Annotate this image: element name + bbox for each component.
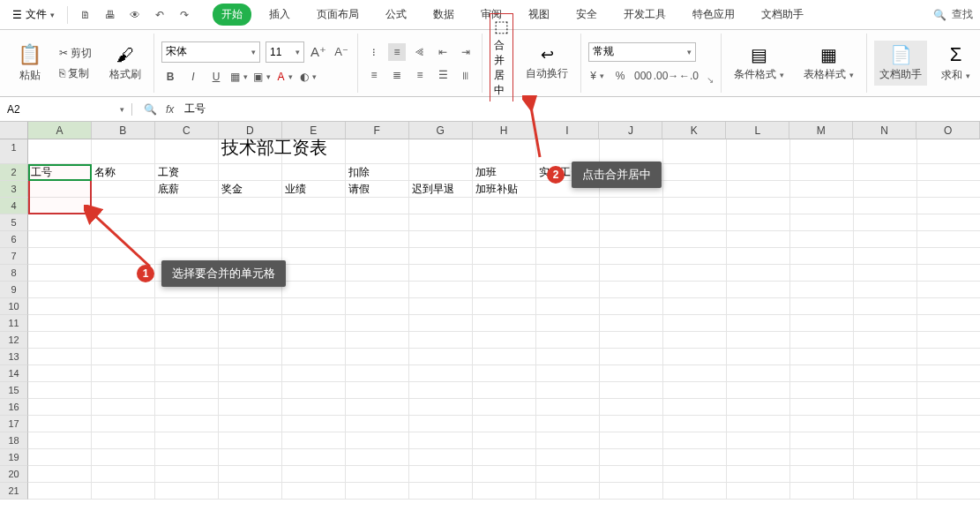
- cell-J13[interactable]: [600, 349, 663, 365]
- cell-K1[interactable]: [663, 139, 727, 164]
- cell-B16[interactable]: [92, 399, 155, 416]
- cell-C7[interactable]: [155, 248, 219, 265]
- row-header-4[interactable]: 4: [0, 198, 28, 214]
- cell-N4[interactable]: [854, 198, 917, 214]
- cell-O3[interactable]: [917, 181, 980, 198]
- cell-J2[interactable]: [600, 164, 663, 181]
- cell-J8[interactable]: [600, 265, 663, 282]
- cell-K15[interactable]: [663, 382, 727, 399]
- cell-N6[interactable]: [854, 231, 917, 248]
- cell-E11[interactable]: [282, 315, 346, 332]
- cell-D12[interactable]: [219, 332, 282, 349]
- cell-N12[interactable]: [854, 332, 917, 349]
- cell-B13[interactable]: [92, 349, 155, 365]
- cell-I12[interactable]: [536, 332, 600, 349]
- col-header-F[interactable]: F: [346, 122, 409, 139]
- cell-F14[interactable]: [346, 365, 409, 382]
- cell-O5[interactable]: [917, 214, 980, 231]
- cell-N20[interactable]: [854, 466, 917, 483]
- cell-D21[interactable]: [219, 483, 282, 500]
- row-header-13[interactable]: 13: [0, 349, 28, 365]
- cell-K16[interactable]: [663, 399, 727, 416]
- cell-C2[interactable]: 工资: [155, 164, 219, 181]
- increase-decimal-button[interactable]: .00→: [657, 67, 675, 85]
- cell-G15[interactable]: [409, 382, 473, 399]
- cell-C18[interactable]: [155, 432, 219, 449]
- row-header-10[interactable]: 10: [0, 298, 28, 315]
- cell-A4[interactable]: [28, 198, 92, 214]
- cell-M3[interactable]: [790, 181, 854, 198]
- bold-button[interactable]: B: [161, 68, 179, 86]
- cell-D19[interactable]: [219, 449, 282, 466]
- print-icon[interactable]: 🖶: [101, 6, 119, 24]
- col-header-D[interactable]: D: [219, 122, 282, 139]
- comma-button[interactable]: 000: [634, 67, 652, 85]
- cell-H4[interactable]: [473, 198, 536, 214]
- cell-I6[interactable]: [536, 231, 600, 248]
- cell-C21[interactable]: [155, 483, 219, 500]
- cell-M8[interactable]: [790, 265, 854, 282]
- cell-J3[interactable]: [600, 181, 663, 198]
- cell-K13[interactable]: [663, 349, 727, 365]
- cell-G1[interactable]: [409, 139, 473, 164]
- row-header-7[interactable]: 7: [0, 248, 28, 265]
- tab-formulas[interactable]: 公式: [377, 4, 415, 26]
- cell-I15[interactable]: [536, 382, 600, 399]
- cell-L16[interactable]: [727, 399, 790, 416]
- cell-C19[interactable]: [155, 449, 219, 466]
- cell-K12[interactable]: [663, 332, 727, 349]
- cell-K17[interactable]: [663, 416, 727, 432]
- cell-D14[interactable]: [219, 365, 282, 382]
- align-bottom-icon[interactable]: ⫷: [411, 43, 429, 61]
- row-header-12[interactable]: 12: [0, 332, 28, 349]
- cell-C20[interactable]: [155, 466, 219, 483]
- cell-G21[interactable]: [409, 483, 473, 500]
- cell-F1[interactable]: [346, 139, 409, 164]
- cell-G19[interactable]: [409, 449, 473, 466]
- cell-I16[interactable]: [536, 399, 600, 416]
- cell-E14[interactable]: [282, 365, 346, 382]
- cell-C8[interactable]: [155, 265, 219, 282]
- cell-O8[interactable]: [917, 265, 980, 282]
- cell-B4[interactable]: [92, 198, 155, 214]
- cell-E17[interactable]: [282, 416, 346, 432]
- cell-B15[interactable]: [92, 382, 155, 399]
- cell-O16[interactable]: [917, 399, 980, 416]
- cell-G18[interactable]: [409, 432, 473, 449]
- cell-G4[interactable]: [409, 198, 473, 214]
- cell-A11[interactable]: [28, 315, 92, 332]
- align-top-icon[interactable]: ⫶: [365, 43, 383, 61]
- cell-K5[interactable]: [663, 214, 727, 231]
- cell-N5[interactable]: [854, 214, 917, 231]
- cell-L17[interactable]: [727, 416, 790, 432]
- cell-C4[interactable]: [155, 198, 219, 214]
- cell-G6[interactable]: [409, 231, 473, 248]
- phonetic-button[interactable]: ◐▾: [299, 68, 317, 86]
- cell-B1[interactable]: [92, 139, 155, 164]
- cell-M2[interactable]: [790, 164, 854, 181]
- cell-F5[interactable]: [346, 214, 409, 231]
- doc-helper-button[interactable]: 📄 文档助手: [874, 41, 927, 86]
- cell-F17[interactable]: [346, 416, 409, 432]
- col-header-J[interactable]: J: [599, 122, 662, 139]
- cell-K6[interactable]: [663, 231, 727, 248]
- cell-E7[interactable]: [282, 248, 346, 265]
- cell-J4[interactable]: [600, 198, 663, 214]
- cell-K9[interactable]: [663, 282, 727, 298]
- print-preview-icon[interactable]: 👁: [126, 6, 144, 24]
- copy-button[interactable]: ⎘复制: [56, 64, 95, 83]
- cell-B14[interactable]: [92, 365, 155, 382]
- row-header-21[interactable]: 21: [0, 483, 28, 500]
- cell-E6[interactable]: [282, 231, 346, 248]
- cell-H5[interactable]: [473, 214, 536, 231]
- cell-O20[interactable]: [917, 466, 980, 483]
- justify-icon[interactable]: ☰: [434, 66, 452, 84]
- cell-K14[interactable]: [663, 365, 727, 382]
- cell-K19[interactable]: [663, 449, 727, 466]
- cell-C12[interactable]: [155, 332, 219, 349]
- cell-O13[interactable]: [917, 349, 980, 365]
- cell-L20[interactable]: [727, 466, 790, 483]
- cell-M13[interactable]: [790, 349, 854, 365]
- cell-B6[interactable]: [92, 231, 155, 248]
- cell-O10[interactable]: [917, 298, 980, 315]
